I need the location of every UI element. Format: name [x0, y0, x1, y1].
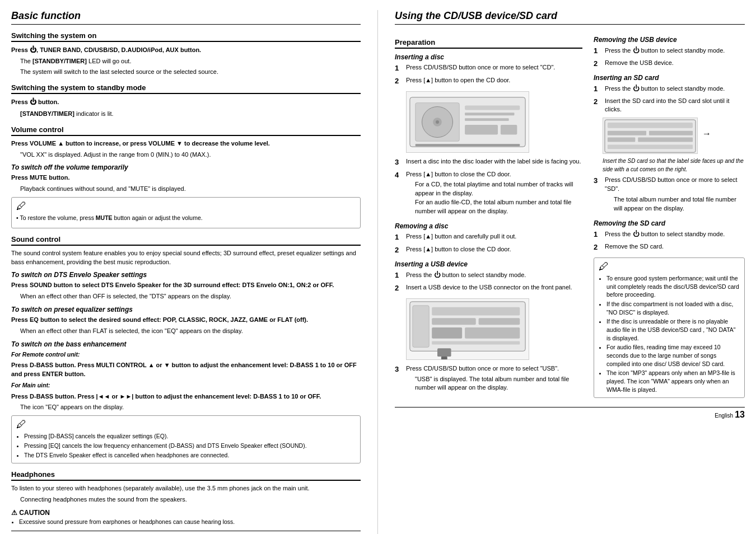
cd-device-svg	[407, 92, 529, 152]
remove-disc-2: 2 Press [▲] button to close the CD door.	[395, 245, 582, 256]
section-headphones: Headphones	[11, 470, 361, 481]
remove-usb-1: 1 Press the ⏻ button to select standby m…	[594, 46, 745, 57]
usb-device-image	[406, 298, 529, 360]
sd-device-svg	[603, 118, 697, 154]
subsection-bass: To switch on the bass enhancement	[11, 340, 361, 348]
svg-rect-27	[608, 145, 693, 149]
removing-disc-steps: 1 Press [▲] button and carefully pull it…	[395, 232, 582, 256]
sound-note-1: Pressing [D-BASS] cancels the equalizer …	[24, 432, 356, 441]
svg-point-4	[436, 120, 439, 124]
sound-note-2: Pressing [EQ] cancels the low frequency …	[24, 442, 356, 450]
remove-disc-1: 1 Press [▲] button and carefully pull it…	[395, 232, 582, 243]
right-page-num: English 13	[715, 410, 745, 420]
sd-step-3: 3 Press CD/USB/SD button once or more to…	[594, 176, 745, 215]
svg-rect-10	[416, 144, 520, 146]
subsection-dts: To switch on DTS Envelo Speaker settings	[11, 271, 361, 279]
subsection-removing-sd: Removing the SD card	[594, 219, 745, 227]
svg-rect-9	[501, 125, 517, 135]
disc-step-2: 2 Press [▲] button to open the CD door.	[395, 76, 582, 87]
right-note-3: If the disc is unreadable or there is no…	[606, 317, 740, 342]
svg-rect-24	[649, 131, 693, 135]
cd-device-image	[406, 91, 529, 153]
volume-display: "VOL XX" is displayed. Adjust in the ran…	[11, 151, 361, 160]
svg-rect-18	[432, 341, 520, 344]
subsection-inserting-usb: Inserting a USB device	[395, 260, 582, 268]
subsection-inserting-sd: Inserting an SD card	[594, 74, 745, 82]
svg-rect-19	[437, 348, 451, 357]
svg-rect-5	[465, 105, 520, 110]
svg-rect-14	[432, 318, 476, 325]
standby-press: Press ⏻ button.	[11, 97, 361, 107]
svg-rect-15	[479, 318, 520, 325]
switching-on-indent2: The system will switch to the last selec…	[11, 68, 361, 77]
sd-step-1: 1 Press the ⏻ button to select standby m…	[594, 84, 745, 95]
headphones-indent: Connecting headphones mutes the sound fr…	[11, 495, 361, 504]
right-sidebar-col: Removing the USB device 1 Press the ⏻ bu…	[594, 31, 745, 401]
svg-rect-16	[432, 327, 462, 339]
remove-sd-1: 1 Press the ⏻ button to select standby m…	[594, 229, 745, 240]
svg-rect-26	[638, 138, 693, 142]
right-page: Using the CD/USB device/SD card Preparat…	[378, 10, 745, 534]
removing-sd-steps: 1 Press the ⏻ button to select standby m…	[594, 229, 745, 253]
section-sound-control: Sound control	[11, 235, 361, 246]
dts-indent: When an effect other than OFF is selecte…	[11, 292, 361, 301]
right-page-title: Using the CD/USB device/SD card	[395, 10, 745, 25]
inserting-sd-steps: 1 Press the ⏻ button to select standby m…	[594, 84, 745, 115]
right-main-col: Preparation Inserting a disc 1 Press CD/…	[395, 31, 582, 401]
usb-step-3: 3 Press CD/USB/SD button once or more to…	[395, 364, 582, 395]
inserting-disc-steps-2: 3 Insert a disc into the disc loader wit…	[395, 157, 582, 218]
mute-note: 🖊 • To restore the volume, press MUTE bu…	[11, 197, 361, 228]
right-note-box: 🖊 To ensure good system performance; wai…	[594, 257, 745, 399]
dts-press: Press SOUND button to select DTS Envelo …	[11, 281, 361, 290]
caution-box: ⚠ CAUTION Excessive sound pressure from …	[11, 509, 361, 525]
sound-control-intro: The sound control system feature enables…	[11, 249, 361, 267]
sd-note: Insert the SD card so that the label sid…	[594, 157, 745, 174]
sd-device-image	[603, 118, 698, 154]
volume-press: Press VOLUME ▲ button to increase, or pr…	[11, 139, 361, 148]
subsection-inserting-disc: Inserting a disc	[395, 53, 582, 61]
subsection-removing-disc: Removing a disc	[395, 222, 582, 230]
svg-rect-12	[413, 305, 429, 347]
headphones-desc: To listen to your stereo with headphones…	[11, 484, 361, 493]
mute-note-text: • To restore the volume, press MUTE butt…	[16, 214, 356, 222]
sound-note-box: 🖊 Pressing [D-BASS] cancels the equalize…	[11, 415, 361, 463]
removing-usb-steps: 1 Press the ⏻ button to select standby m…	[594, 46, 745, 69]
svg-rect-22	[608, 123, 693, 128]
sd-step-3-list: 3 Press CD/USB/SD button once or more to…	[594, 176, 745, 215]
remove-sd-2: 2 Remove the SD card.	[594, 242, 745, 253]
right-note-list: To ensure good system performance; wait …	[599, 274, 740, 394]
caution-title: ⚠ CAUTION	[11, 509, 361, 517]
bass-main-text: Press D-BASS button. Press |◄◄ or ►►| bu…	[11, 392, 361, 401]
usb-step-2: 2 Insert a USB device to the USB connect…	[395, 283, 582, 294]
right-note-1: To ensure good system performance; wait …	[606, 274, 740, 299]
usb-device-svg	[407, 299, 529, 359]
svg-rect-6	[465, 113, 514, 115]
disc-step-4: 4 Press [▲] button to close the CD door.…	[395, 170, 582, 218]
bass-remote-text: Press D-BASS button. Press MULTI CONTROL…	[11, 361, 361, 379]
right-note-4: For audio files, reading time may exceed…	[606, 343, 740, 368]
section-volume-control: Volume control	[11, 125, 361, 136]
usb-step-1: 1 Press the ⏻ button to select standby m…	[395, 270, 582, 281]
section-switching-on: Switching the system on	[11, 31, 361, 42]
section-switching-standby: Switching the system to standby mode	[11, 83, 361, 94]
svg-rect-20	[441, 357, 447, 359]
usb-step-3-list: 3 Press CD/USB/SD button once or more to…	[395, 364, 582, 395]
sd-arrow-icon: →	[702, 129, 711, 139]
svg-rect-7	[465, 118, 509, 121]
right-note-5: The icon "MP3" appears only when an MP3-…	[606, 369, 740, 394]
standby-indicator: [STANDBY/TIMER] indicator is lit.	[11, 110, 361, 119]
left-page: Basic function Switching the system on P…	[11, 10, 378, 534]
right-note-2: If the disc compartment is not loaded wi…	[606, 300, 740, 316]
disc-step-1: 1 Press CD/USB/SD button once or more to…	[395, 63, 582, 74]
mute-press: Press MUTE button.	[11, 174, 361, 182]
svg-rect-13	[432, 307, 520, 315]
caution-item-1: Excessive sound pressure from earphones …	[19, 518, 361, 525]
section-preparation: Preparation	[395, 38, 582, 49]
sd-image-row: →	[603, 118, 745, 154]
switching-on-indent1: The [STANDBY/TIMER] LED will go out.	[11, 57, 361, 66]
svg-rect-25	[608, 138, 635, 142]
sound-note-3: The DTS Envelo Speaker effect is cancell…	[24, 451, 356, 460]
svg-rect-23	[608, 131, 646, 135]
inserting-usb-steps: 1 Press the ⏻ button to select standby m…	[395, 270, 582, 294]
right-content: Preparation Inserting a disc 1 Press CD/…	[395, 31, 745, 401]
